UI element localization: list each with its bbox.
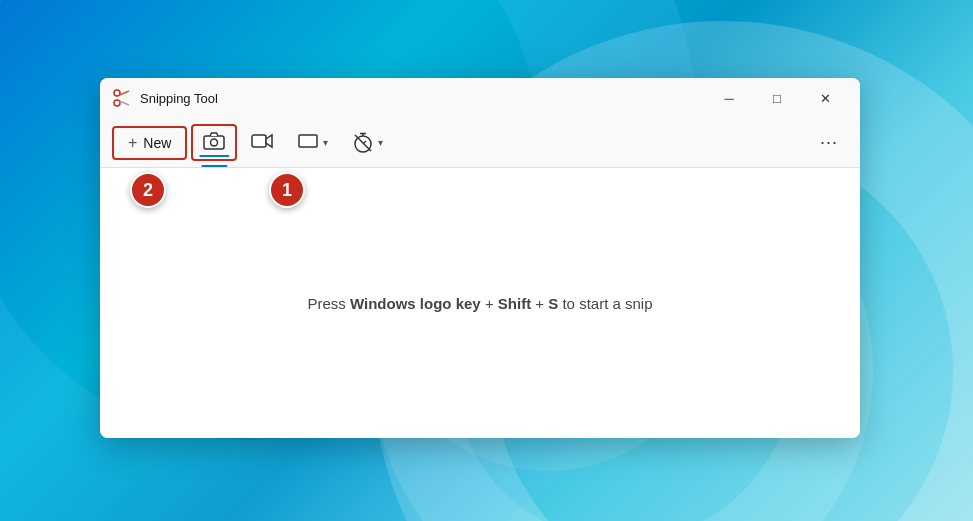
hint-bold-shift: Shift	[498, 295, 531, 312]
titlebar: Snipping Tool ─ □ ✕	[100, 78, 860, 118]
camera-icon	[203, 132, 225, 153]
chevron-down-icon: ▾	[323, 137, 328, 148]
maximize-button[interactable]: □	[754, 82, 800, 114]
video-icon	[251, 133, 273, 152]
timer-button[interactable]: ▾	[342, 126, 393, 160]
more-options-button[interactable]: ···	[810, 126, 848, 159]
desktop: Snipping Tool ─ □ ✕ + New	[0, 0, 973, 521]
content-area: Press Windows logo key + Shift + S to st…	[100, 168, 860, 438]
snipping-tool-window: Snipping Tool ─ □ ✕ + New	[100, 78, 860, 438]
svg-point-0	[114, 90, 120, 96]
close-button[interactable]: ✕	[802, 82, 848, 114]
new-button[interactable]: + New	[112, 126, 187, 160]
timer-chevron-icon: ▾	[378, 137, 383, 148]
titlebar-controls: ─ □ ✕	[706, 82, 848, 114]
new-button-label: New	[143, 135, 171, 151]
hint-bold-windows: Windows logo key	[350, 295, 481, 312]
annotation-badge-2: 2	[130, 172, 166, 208]
svg-rect-6	[252, 135, 266, 147]
ellipsis-icon: ···	[820, 132, 838, 152]
app-icon	[112, 88, 132, 108]
plus-icon: +	[128, 134, 137, 152]
timer-off-icon	[352, 132, 374, 154]
hint-bold-s: S	[548, 295, 558, 312]
svg-line-2	[120, 91, 130, 95]
svg-rect-7	[299, 135, 317, 147]
hint-text: Press Windows logo key + Shift + S to st…	[307, 295, 652, 312]
screenshot-mode-button[interactable]	[191, 124, 237, 161]
window-snip-button[interactable]: ▾	[287, 127, 338, 158]
annotation-badge-1: 1	[269, 172, 305, 208]
rectangle-icon	[297, 133, 319, 152]
toolbar: + New	[100, 118, 860, 168]
svg-point-1	[114, 100, 120, 106]
video-mode-button[interactable]	[241, 127, 283, 158]
window-title: Snipping Tool	[140, 91, 218, 106]
active-indicator	[200, 155, 229, 157]
minimize-button[interactable]: ─	[706, 82, 752, 114]
svg-line-3	[120, 101, 130, 105]
titlebar-left: Snipping Tool	[112, 88, 218, 108]
svg-point-5	[211, 139, 218, 146]
